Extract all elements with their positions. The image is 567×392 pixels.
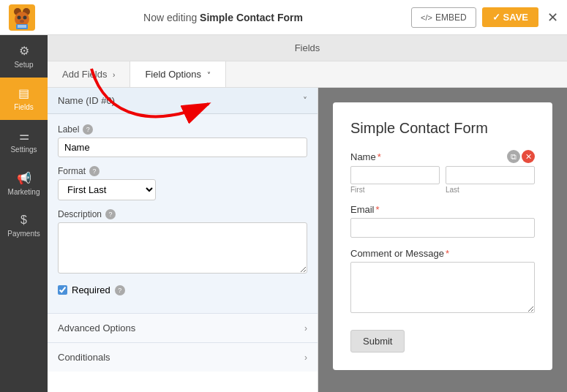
section-chevron-icon: ˅ — [303, 96, 307, 106]
chevron-down-icon: ˅ — [207, 71, 211, 79]
message-textarea[interactable] — [350, 262, 535, 313]
last-label: Last — [446, 186, 535, 194]
embed-button[interactable]: </> EMBED — [411, 7, 476, 28]
field-section-header[interactable]: Name (ID #0) ˅ — [48, 88, 318, 114]
message-required-star: * — [446, 248, 449, 259]
check-icon: ✓ — [492, 12, 500, 23]
svg-point-6 — [20, 20, 24, 23]
svg-point-4 — [18, 15, 21, 19]
preview-message-field: Comment or Message * — [350, 248, 535, 315]
save-button[interactable]: ✓ SAVE — [482, 7, 538, 27]
sidebar-item-settings[interactable]: ⚌ Settings — [0, 120, 48, 162]
left-panel: Name (ID #0) ˅ Label ? — [48, 88, 318, 392]
sidebar-item-setup[interactable]: ⚙ Setup — [0, 35, 48, 78]
form-preview: Simple Contact Form Name * ⧉ ✕ — [333, 102, 552, 370]
conditionals-section[interactable]: Conditionals › — [48, 342, 318, 372]
code-icon: </> — [421, 13, 432, 22]
svg-point-5 — [23, 15, 27, 19]
advanced-options-section[interactable]: Advanced Options › — [48, 313, 318, 342]
name-fields: First Last — [350, 166, 535, 194]
format-field-label: Format ? — [58, 166, 307, 176]
advanced-chevron-icon: › — [304, 323, 307, 333]
format-help-icon[interactable]: ? — [89, 166, 99, 176]
form-preview-title: Simple Contact Form — [350, 120, 535, 137]
submit-button[interactable]: Submit — [350, 330, 405, 353]
logo — [9, 4, 35, 31]
email-input[interactable] — [350, 218, 535, 238]
preview-message-label: Comment or Message * — [350, 248, 535, 259]
required-checkbox[interactable] — [58, 285, 67, 295]
editor-title: Now editing Simple Contact Form — [35, 12, 411, 23]
description-field-label: Description ? — [58, 209, 307, 219]
required-group: Required ? — [58, 284, 307, 295]
first-name-input[interactable] — [350, 166, 440, 184]
two-col: Name (ID #0) ˅ Label ? — [48, 88, 567, 392]
name-remove-button[interactable]: ✕ — [522, 150, 535, 163]
last-name-wrap: Last — [446, 166, 535, 194]
name-copy-button[interactable]: ⧉ — [507, 150, 520, 163]
email-required-star: * — [376, 204, 380, 215]
marketing-icon: 📢 — [17, 171, 31, 185]
payments-icon: $ — [20, 214, 27, 227]
conditionals-chevron-icon: › — [304, 353, 307, 363]
required-help-icon[interactable]: ? — [115, 285, 125, 295]
top-bar-actions: </> EMBED ✓ SAVE ✕ — [411, 7, 558, 28]
right-panel: Simple Contact Form Name * ⧉ ✕ — [318, 88, 567, 392]
name-required-star: * — [378, 151, 381, 162]
description-group: Description ? — [58, 209, 307, 276]
sidebar: ⚙ Setup ▤ Fields ⚌ Settings 📢 Marketing … — [0, 35, 48, 392]
label-help-icon[interactable]: ? — [83, 124, 93, 135]
description-help-icon[interactable]: ? — [105, 209, 116, 219]
tabs-bar: Fields — [48, 35, 567, 61]
first-label: First — [350, 186, 440, 194]
tab-add-fields[interactable]: Add Fields › — [48, 61, 130, 87]
top-bar: Now editing Simple Contact Form </> EMBE… — [0, 0, 567, 35]
settings-icon: ⚌ — [19, 129, 29, 143]
label-field-label: Label ? — [58, 124, 307, 135]
sidebar-item-fields[interactable]: ▤ Fields — [0, 78, 48, 120]
field-options-body: Label ? Format ? Firs — [48, 114, 318, 313]
preview-name-field: Name * ⧉ ✕ First — [350, 150, 535, 194]
preview-email-field: Email * — [350, 204, 535, 238]
content-area: Fields Add Fields › Field Options ˅ — [48, 35, 567, 392]
chevron-right-icon: › — [113, 71, 115, 79]
preview-name-label: Name * ⧉ ✕ — [350, 150, 535, 163]
sidebar-item-payments[interactable]: $ Payments — [0, 205, 48, 246]
fields-icon: ▤ — [18, 86, 29, 100]
label-input[interactable] — [58, 137, 307, 157]
sidebar-item-marketing[interactable]: 📢 Marketing — [0, 162, 48, 205]
last-name-input[interactable] — [446, 166, 535, 184]
preview-email-label: Email * — [350, 204, 535, 215]
close-button[interactable]: ✕ — [547, 10, 558, 26]
description-textarea[interactable] — [58, 222, 307, 274]
format-group: Format ? First Last First Last First Mid… — [58, 166, 307, 200]
tab-field-options[interactable]: Field Options ˅ — [130, 61, 225, 87]
gear-icon: ⚙ — [19, 44, 29, 58]
required-label: Required — [72, 284, 110, 295]
label-group: Label ? — [58, 124, 307, 157]
main-layout: ⚙ Setup ▤ Fields ⚌ Settings 📢 Marketing … — [0, 35, 567, 392]
sub-tabs: Add Fields › Field Options ˅ — [48, 61, 567, 88]
format-select[interactable]: First Last First Last First Middle Last — [58, 179, 156, 200]
first-name-wrap: First — [350, 166, 440, 194]
